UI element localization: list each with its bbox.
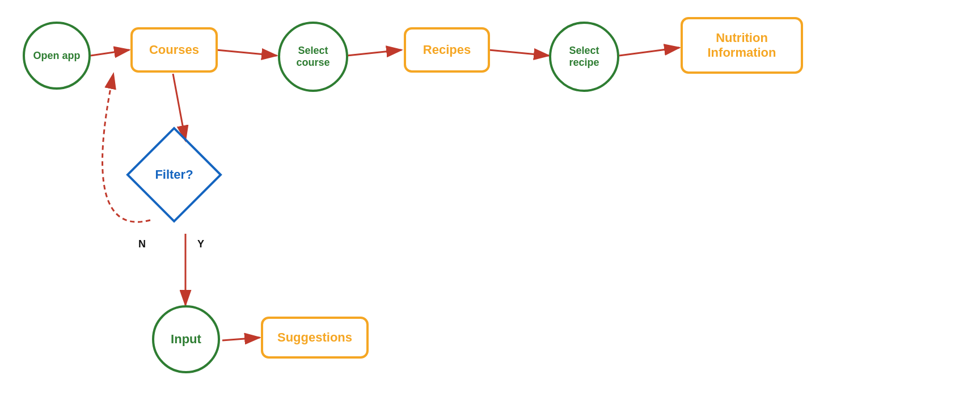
select-recipe-node: Select recipe	[549, 22, 619, 92]
select-course-node: Select course	[278, 22, 348, 92]
filter-node: Filter?	[140, 141, 208, 209]
filter-label: Filter?	[140, 141, 208, 209]
svg-line-3	[347, 50, 402, 56]
svg-line-2	[217, 50, 277, 56]
suggestions-node: Suggestions	[261, 317, 369, 359]
filter-n-label: N	[138, 238, 146, 250]
svg-line-8	[222, 338, 260, 340]
flowchart-diagram: Open app Courses Select course Recipes S…	[0, 0, 980, 417]
filter-y-label: Y	[197, 238, 204, 250]
courses-node: Courses	[130, 27, 218, 73]
svg-line-1	[91, 50, 129, 56]
recipes-node: Recipes	[404, 27, 490, 73]
open-app-node: Open app	[23, 22, 91, 90]
input-node: Input	[152, 305, 220, 373]
nutrition-info-node: Nutrition Information	[681, 17, 803, 74]
svg-line-5	[619, 48, 679, 56]
svg-line-4	[489, 50, 549, 56]
